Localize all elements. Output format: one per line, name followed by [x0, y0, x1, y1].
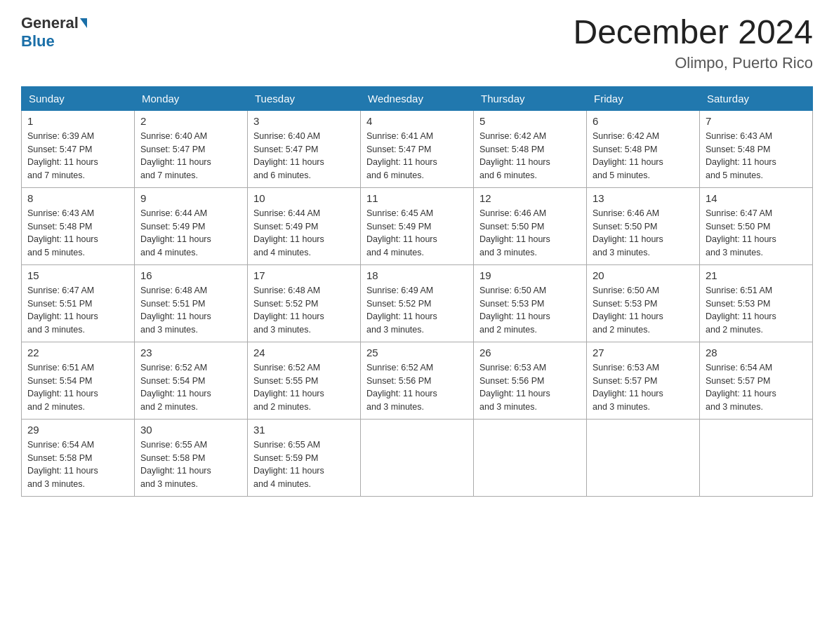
logo: General Blue [21, 14, 88, 51]
table-row: 27 Sunrise: 6:53 AM Sunset: 5:57 PM Dayl… [587, 342, 700, 419]
day-number: 23 [140, 347, 241, 358]
day-info: Sunrise: 6:46 AM Sunset: 5:50 PM Dayligh… [593, 207, 694, 260]
table-row [474, 419, 587, 496]
day-number: 9 [140, 192, 241, 204]
table-row: 7 Sunrise: 6:43 AM Sunset: 5:48 PM Dayli… [700, 110, 813, 187]
table-row: 19 Sunrise: 6:50 AM Sunset: 5:53 PM Dayl… [474, 264, 587, 342]
col-tuesday: Tuesday [248, 86, 361, 110]
col-monday: Monday [135, 86, 248, 110]
table-row: 12 Sunrise: 6:46 AM Sunset: 5:50 PM Dayl… [474, 187, 587, 264]
logo-triangle-icon [80, 18, 87, 28]
table-row: 15 Sunrise: 6:47 AM Sunset: 5:51 PM Dayl… [22, 264, 135, 342]
day-info: Sunrise: 6:42 AM Sunset: 5:48 PM Dayligh… [593, 130, 694, 182]
day-info: Sunrise: 6:43 AM Sunset: 5:48 PM Dayligh… [706, 130, 807, 182]
table-row: 21 Sunrise: 6:51 AM Sunset: 5:53 PM Dayl… [700, 264, 813, 342]
day-info: Sunrise: 6:51 AM Sunset: 5:53 PM Dayligh… [706, 284, 807, 337]
day-number: 11 [366, 192, 468, 204]
table-row: 4 Sunrise: 6:41 AM Sunset: 5:47 PM Dayli… [361, 110, 474, 187]
day-number: 13 [593, 192, 694, 204]
day-info: Sunrise: 6:47 AM Sunset: 5:50 PM Dayligh… [706, 207, 807, 260]
day-info: Sunrise: 6:39 AM Sunset: 5:47 PM Dayligh… [27, 130, 128, 182]
day-number: 25 [366, 347, 468, 358]
day-number: 27 [593, 347, 694, 358]
day-info: Sunrise: 6:51 AM Sunset: 5:54 PM Dayligh… [27, 361, 128, 414]
calendar-table: Sunday Monday Tuesday Wednesday Thursday… [21, 86, 813, 497]
day-number: 7 [706, 115, 807, 127]
table-row: 25 Sunrise: 6:52 AM Sunset: 5:56 PM Dayl… [361, 342, 474, 419]
table-row: 31 Sunrise: 6:55 AM Sunset: 5:59 PM Dayl… [248, 419, 361, 496]
day-info: Sunrise: 6:48 AM Sunset: 5:52 PM Dayligh… [253, 284, 355, 337]
table-row: 13 Sunrise: 6:46 AM Sunset: 5:50 PM Dayl… [587, 187, 700, 264]
day-info: Sunrise: 6:52 AM Sunset: 5:55 PM Dayligh… [253, 361, 355, 414]
calendar-week-3: 15 Sunrise: 6:47 AM Sunset: 5:51 PM Dayl… [22, 264, 813, 342]
calendar-week-1: 1 Sunrise: 6:39 AM Sunset: 5:47 PM Dayli… [22, 110, 813, 187]
day-number: 14 [706, 192, 807, 204]
location-label: Olimpo, Puerto Rico [573, 54, 813, 72]
day-number: 1 [27, 115, 128, 127]
day-info: Sunrise: 6:50 AM Sunset: 5:53 PM Dayligh… [479, 284, 581, 337]
page-header: General Blue December 2024 Olimpo, Puert… [21, 14, 813, 72]
table-row: 29 Sunrise: 6:54 AM Sunset: 5:58 PM Dayl… [22, 419, 135, 496]
day-number: 20 [593, 269, 694, 281]
day-info: Sunrise: 6:52 AM Sunset: 5:54 PM Dayligh… [140, 361, 241, 414]
calendar-week-5: 29 Sunrise: 6:54 AM Sunset: 5:58 PM Dayl… [22, 419, 813, 496]
day-number: 15 [27, 269, 128, 281]
calendar-week-2: 8 Sunrise: 6:43 AM Sunset: 5:48 PM Dayli… [22, 187, 813, 264]
col-sunday: Sunday [22, 86, 135, 110]
table-row: 3 Sunrise: 6:40 AM Sunset: 5:47 PM Dayli… [248, 110, 361, 187]
day-info: Sunrise: 6:47 AM Sunset: 5:51 PM Dayligh… [27, 284, 128, 337]
day-number: 4 [366, 115, 468, 127]
day-info: Sunrise: 6:44 AM Sunset: 5:49 PM Dayligh… [140, 207, 241, 260]
table-row: 14 Sunrise: 6:47 AM Sunset: 5:50 PM Dayl… [700, 187, 813, 264]
logo-blue-text: Blue [21, 32, 55, 51]
day-info: Sunrise: 6:45 AM Sunset: 5:49 PM Dayligh… [366, 207, 468, 260]
day-number: 29 [27, 424, 128, 436]
day-number: 16 [140, 269, 241, 281]
calendar-header-row: Sunday Monday Tuesday Wednesday Thursday… [22, 86, 813, 110]
day-number: 24 [253, 347, 355, 358]
calendar-week-4: 22 Sunrise: 6:51 AM Sunset: 5:54 PM Dayl… [22, 342, 813, 419]
day-info: Sunrise: 6:43 AM Sunset: 5:48 PM Dayligh… [27, 207, 128, 260]
day-number: 28 [706, 347, 807, 358]
day-info: Sunrise: 6:41 AM Sunset: 5:47 PM Dayligh… [366, 130, 468, 182]
day-number: 21 [706, 269, 807, 281]
day-number: 2 [140, 115, 241, 127]
table-row: 17 Sunrise: 6:48 AM Sunset: 5:52 PM Dayl… [248, 264, 361, 342]
table-row: 18 Sunrise: 6:49 AM Sunset: 5:52 PM Dayl… [361, 264, 474, 342]
table-row: 28 Sunrise: 6:54 AM Sunset: 5:57 PM Dayl… [700, 342, 813, 419]
table-row: 30 Sunrise: 6:55 AM Sunset: 5:58 PM Dayl… [135, 419, 248, 496]
table-row: 10 Sunrise: 6:44 AM Sunset: 5:49 PM Dayl… [248, 187, 361, 264]
day-info: Sunrise: 6:42 AM Sunset: 5:48 PM Dayligh… [479, 130, 581, 182]
day-number: 17 [253, 269, 355, 281]
day-info: Sunrise: 6:44 AM Sunset: 5:49 PM Dayligh… [253, 207, 355, 260]
day-number: 31 [253, 424, 355, 436]
table-row: 26 Sunrise: 6:53 AM Sunset: 5:56 PM Dayl… [474, 342, 587, 419]
table-row: 22 Sunrise: 6:51 AM Sunset: 5:54 PM Dayl… [22, 342, 135, 419]
table-row [361, 419, 474, 496]
day-info: Sunrise: 6:48 AM Sunset: 5:51 PM Dayligh… [140, 284, 241, 337]
day-info: Sunrise: 6:53 AM Sunset: 5:57 PM Dayligh… [593, 361, 694, 414]
table-row: 23 Sunrise: 6:52 AM Sunset: 5:54 PM Dayl… [135, 342, 248, 419]
day-number: 5 [479, 115, 581, 127]
col-friday: Friday [587, 86, 700, 110]
table-row: 16 Sunrise: 6:48 AM Sunset: 5:51 PM Dayl… [135, 264, 248, 342]
title-area: December 2024 Olimpo, Puerto Rico [573, 14, 813, 72]
day-number: 26 [479, 347, 581, 358]
day-number: 30 [140, 424, 241, 436]
table-row: 11 Sunrise: 6:45 AM Sunset: 5:49 PM Dayl… [361, 187, 474, 264]
day-info: Sunrise: 6:54 AM Sunset: 5:57 PM Dayligh… [706, 361, 807, 414]
table-row: 9 Sunrise: 6:44 AM Sunset: 5:49 PM Dayli… [135, 187, 248, 264]
day-info: Sunrise: 6:50 AM Sunset: 5:53 PM Dayligh… [593, 284, 694, 337]
table-row: 6 Sunrise: 6:42 AM Sunset: 5:48 PM Dayli… [587, 110, 700, 187]
col-wednesday: Wednesday [361, 86, 474, 110]
day-info: Sunrise: 6:53 AM Sunset: 5:56 PM Dayligh… [479, 361, 581, 414]
day-info: Sunrise: 6:52 AM Sunset: 5:56 PM Dayligh… [366, 361, 468, 414]
table-row: 8 Sunrise: 6:43 AM Sunset: 5:48 PM Dayli… [22, 187, 135, 264]
day-info: Sunrise: 6:54 AM Sunset: 5:58 PM Dayligh… [27, 438, 128, 491]
day-info: Sunrise: 6:55 AM Sunset: 5:58 PM Dayligh… [140, 438, 241, 491]
day-number: 3 [253, 115, 355, 127]
day-number: 8 [27, 192, 128, 204]
col-thursday: Thursday [474, 86, 587, 110]
day-info: Sunrise: 6:49 AM Sunset: 5:52 PM Dayligh… [366, 284, 468, 337]
table-row: 1 Sunrise: 6:39 AM Sunset: 5:47 PM Dayli… [22, 110, 135, 187]
